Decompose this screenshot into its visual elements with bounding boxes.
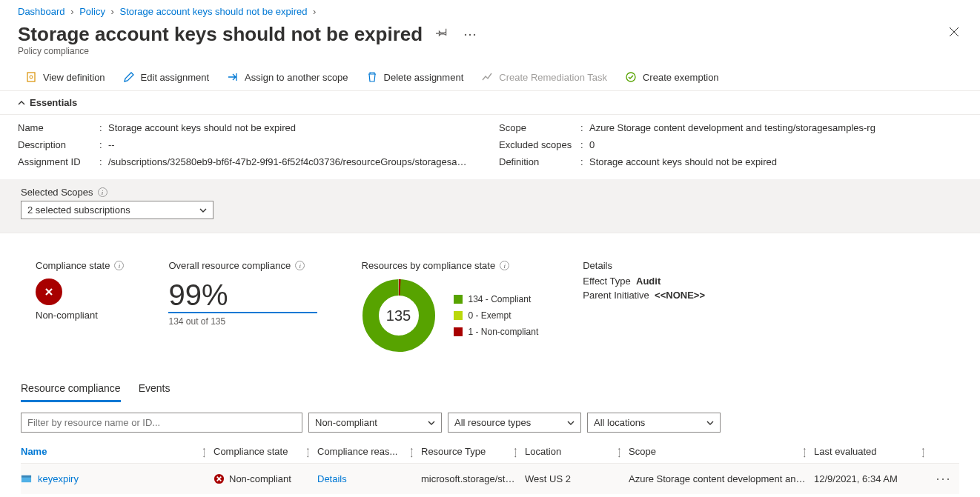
info-icon[interactable]: i	[295, 261, 305, 270]
document-icon	[25, 71, 37, 83]
more-icon[interactable]	[461, 24, 479, 41]
svg-point-1	[469, 34, 471, 36]
ess-name-label: Name	[18, 122, 99, 133]
compliance-state-value: Non-compliant	[36, 310, 124, 321]
svg-point-2	[474, 34, 475, 36]
donut-chart: 135	[362, 278, 436, 353]
svg-point-0	[465, 34, 466, 36]
ess-desc-label: Description	[18, 139, 99, 150]
ess-assign-label: Assignment ID	[18, 156, 99, 167]
chevron-right-icon: ›	[70, 6, 73, 17]
tab-resource-compliance[interactable]: Resource compliance	[21, 378, 121, 402]
resource-link[interactable]: keyexpiry	[21, 466, 213, 492]
col-rtype[interactable]: Resource Type↑↓	[421, 440, 525, 463]
legend-exempt: 0 - Exempt	[454, 310, 539, 321]
col-reason[interactable]: Compliance reas...↑↓	[317, 440, 421, 463]
overall-compliance-tile: Overall resource compliancei 99% 134 out…	[168, 260, 317, 353]
details-tile: Details Effect Type Audit Parent Initiat…	[583, 260, 705, 353]
details-link[interactable]: Details	[317, 473, 347, 484]
table-header: Name↑↓ Compliance state↑↓ Compliance rea…	[21, 440, 959, 464]
page-title: Storage account keys should not be expir…	[18, 23, 423, 46]
edit-assignment-button[interactable]: Edit assignment	[116, 67, 217, 87]
chevron-down-icon	[567, 419, 575, 427]
info-icon[interactable]: i	[114, 261, 124, 270]
ess-assign-value: /subscriptions/32580eb9-bf6f-47b2-9f91-6…	[108, 156, 481, 167]
compliance-state-filter[interactable]: Non-compliant	[308, 413, 442, 433]
row-resource-type: microsoft.storage/st…	[421, 466, 525, 492]
essentials-panel: Name:Storage account keys should not be …	[0, 115, 980, 179]
trash-icon	[366, 71, 378, 83]
page-subtitle: Policy compliance	[0, 46, 980, 64]
chevron-down-icon	[706, 419, 714, 427]
selected-scopes-label: Selected Scopes i	[21, 187, 959, 198]
edit-icon	[123, 71, 135, 83]
info-icon[interactable]: i	[98, 187, 107, 197]
donut-total: 135	[362, 278, 436, 353]
row-last-evaluated: 12/9/2021, 6:34 AM	[814, 466, 933, 492]
selected-scopes-dropdown[interactable]: 2 selected subscriptions	[21, 201, 213, 219]
chart-icon	[481, 71, 493, 83]
ess-def-value: Storage account keys should not be expir…	[589, 156, 962, 167]
pin-icon[interactable]	[433, 23, 451, 43]
svg-point-4	[30, 76, 33, 79]
breadcrumb: Dashboard › Policy › Storage account key…	[0, 0, 980, 20]
svg-rect-11	[21, 476, 31, 478]
breadcrumb-current[interactable]: Storage account keys should not be expir…	[119, 6, 307, 17]
svg-rect-3	[27, 73, 35, 81]
ess-excl-label: Excluded scopes	[499, 139, 580, 150]
view-definition-button[interactable]: View definition	[18, 67, 113, 87]
overall-sub: 134 out of 135	[168, 316, 317, 327]
col-location[interactable]: Location↑↓	[525, 440, 629, 463]
command-bar: View definition Edit assignment Assign t…	[0, 64, 980, 91]
legend-noncompliant: 1 - Non-compliant	[454, 327, 539, 337]
legend-compliant: 134 - Compliant	[454, 294, 539, 304]
essentials-toggle[interactable]: Essentials	[0, 91, 980, 115]
ess-excl-value: 0	[589, 139, 962, 150]
storage-account-icon	[21, 473, 32, 484]
col-last[interactable]: Last evaluated↑↓	[814, 440, 933, 463]
chevron-down-icon	[199, 207, 207, 214]
ess-name-value: Storage account keys should not be expir…	[108, 122, 481, 133]
chevron-down-icon	[428, 419, 435, 427]
row-more-icon[interactable]: ···	[933, 464, 962, 494]
ess-scope-label: Scope	[499, 122, 580, 133]
col-state[interactable]: Compliance state↑↓	[213, 440, 317, 463]
ess-scope-value: Azure Storage content development and te…	[589, 122, 962, 133]
chevron-right-icon: ›	[313, 6, 316, 17]
breadcrumb-dashboard[interactable]: Dashboard	[18, 6, 65, 17]
delete-assignment-button[interactable]: Delete assignment	[359, 67, 471, 87]
noncompliant-badge-icon	[36, 278, 62, 305]
row-location: West US 2	[525, 466, 629, 492]
row-scope: Azure Storage content development an…	[629, 466, 814, 492]
assign-scope-button[interactable]: Assign to another scope	[219, 67, 355, 87]
chevron-right-icon: ›	[111, 6, 114, 17]
checkmark-icon	[625, 71, 637, 83]
row-compliance-state: Non-compliant	[213, 466, 317, 492]
info-icon[interactable]: i	[500, 261, 509, 270]
resource-type-filter[interactable]: All resource types	[448, 413, 581, 433]
ess-desc-value: --	[108, 139, 481, 150]
error-icon	[213, 473, 225, 484]
compliance-state-tile: Compliance statei Non-compliant	[36, 260, 124, 353]
table-row[interactable]: keyexpiry Non-compliant Details microsof…	[21, 464, 959, 494]
create-exemption-button[interactable]: Create exemption	[618, 67, 726, 87]
by-state-tile: Resources by compliance statei 135 134 -…	[362, 260, 539, 353]
share-icon	[227, 71, 239, 83]
chevron-up-icon	[18, 99, 25, 107]
ess-def-label: Definition	[499, 156, 580, 167]
create-remediation-button: Create Remediation Task	[474, 67, 615, 87]
overall-percent: 99%	[168, 278, 317, 313]
tab-events[interactable]: Events	[139, 378, 170, 402]
breadcrumb-policy[interactable]: Policy	[79, 6, 105, 17]
close-icon[interactable]	[946, 24, 962, 42]
location-filter[interactable]: All locations	[587, 413, 721, 433]
col-scope[interactable]: Scope↑↓	[629, 440, 814, 463]
col-name[interactable]: Name↑↓	[21, 440, 213, 463]
resource-filter-input[interactable]	[21, 413, 302, 433]
